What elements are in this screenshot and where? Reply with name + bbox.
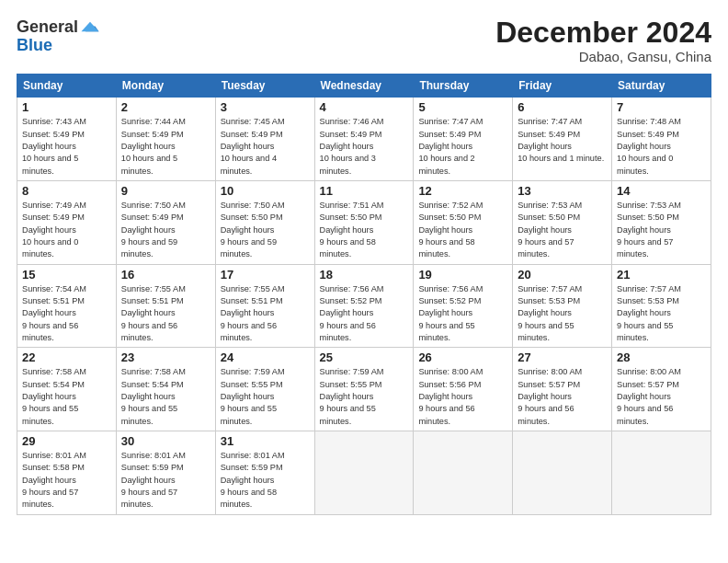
day-number: 12 — [418, 184, 507, 198]
day-info: Sunrise: 7:58 AM Sunset: 5:54 PM Dayligh… — [22, 366, 111, 428]
day-number: 21 — [617, 268, 706, 282]
calendar-cell: 20 Sunrise: 7:57 AM Sunset: 5:53 PM Dayl… — [513, 264, 612, 348]
calendar-cell: 23 Sunrise: 7:58 AM Sunset: 5:54 PM Dayl… — [116, 348, 215, 431]
day-info: Sunrise: 7:43 AM Sunset: 5:49 PM Dayligh… — [22, 116, 111, 178]
week-row-4: 22 Sunrise: 7:58 AM Sunset: 5:54 PM Dayl… — [17, 348, 711, 431]
calendar-cell — [414, 431, 513, 515]
calendar-cell: 22 Sunrise: 7:58 AM Sunset: 5:54 PM Dayl… — [17, 348, 117, 431]
calendar-cell — [513, 431, 612, 515]
day-info: Sunrise: 7:50 AM Sunset: 5:50 PM Dayligh… — [221, 200, 310, 261]
calendar-cell: 28 Sunrise: 8:00 AM Sunset: 5:57 PM Dayl… — [612, 348, 711, 431]
calendar-cell: 6 Sunrise: 7:47 AM Sunset: 5:49 PM Dayli… — [513, 98, 612, 181]
calendar-cell: 4 Sunrise: 7:46 AM Sunset: 5:49 PM Dayli… — [314, 98, 414, 181]
calendar-cell: 19 Sunrise: 7:56 AM Sunset: 5:52 PM Dayl… — [414, 264, 513, 348]
day-number: 31 — [221, 434, 310, 448]
month-title: December 2024 — [495, 17, 711, 49]
page: General Blue December 2024 Dabao, Gansu,… — [0, 0, 728, 563]
day-number: 18 — [320, 268, 409, 282]
logo-blue: Blue — [17, 36, 52, 54]
calendar-cell — [612, 431, 711, 515]
day-number: 1 — [22, 100, 111, 114]
calendar-cell: 29 Sunrise: 8:01 AM Sunset: 5:58 PM Dayl… — [17, 431, 117, 515]
day-number: 23 — [121, 350, 210, 364]
day-info: Sunrise: 7:50 AM Sunset: 5:49 PM Dayligh… — [121, 200, 210, 261]
title-block: December 2024 Dabao, Gansu, China — [495, 17, 711, 64]
location: Dabao, Gansu, China — [495, 49, 711, 64]
day-number: 28 — [617, 350, 706, 364]
day-number: 4 — [320, 100, 409, 114]
day-info: Sunrise: 7:54 AM Sunset: 5:51 PM Dayligh… — [22, 283, 111, 345]
day-number: 3 — [221, 100, 310, 114]
calendar-cell: 15 Sunrise: 7:54 AM Sunset: 5:51 PM Dayl… — [17, 264, 117, 348]
day-info: Sunrise: 8:00 AM Sunset: 5:56 PM Dayligh… — [418, 366, 507, 428]
day-info: Sunrise: 7:57 AM Sunset: 5:53 PM Dayligh… — [617, 283, 706, 345]
col-wednesday: Wednesday — [314, 75, 414, 98]
day-info: Sunrise: 7:45 AM Sunset: 5:49 PM Dayligh… — [221, 116, 310, 178]
day-info: Sunrise: 7:48 AM Sunset: 5:49 PM Dayligh… — [617, 116, 706, 178]
calendar-cell: 25 Sunrise: 7:59 AM Sunset: 5:55 PM Dayl… — [314, 348, 414, 431]
day-info: Sunrise: 7:55 AM Sunset: 5:51 PM Dayligh… — [121, 283, 210, 345]
logo-icon — [80, 17, 100, 37]
day-number: 29 — [22, 434, 111, 448]
col-thursday: Thursday — [414, 75, 513, 98]
calendar-cell: 17 Sunrise: 7:55 AM Sunset: 5:51 PM Dayl… — [215, 264, 314, 348]
col-monday: Monday — [116, 75, 215, 98]
day-info: Sunrise: 7:51 AM Sunset: 5:50 PM Dayligh… — [320, 200, 409, 261]
day-number: 25 — [320, 350, 409, 364]
day-number: 9 — [121, 184, 210, 198]
calendar-cell: 10 Sunrise: 7:50 AM Sunset: 5:50 PM Dayl… — [215, 180, 314, 264]
calendar-cell: 2 Sunrise: 7:44 AM Sunset: 5:49 PM Dayli… — [116, 98, 215, 181]
day-number: 8 — [22, 184, 111, 198]
day-info: Sunrise: 7:58 AM Sunset: 5:54 PM Dayligh… — [121, 366, 210, 428]
day-info: Sunrise: 8:00 AM Sunset: 5:57 PM Dayligh… — [617, 366, 706, 428]
calendar-cell: 14 Sunrise: 7:53 AM Sunset: 5:50 PM Dayl… — [612, 180, 711, 264]
day-info: Sunrise: 7:59 AM Sunset: 5:55 PM Dayligh… — [320, 366, 409, 428]
header-row: Sunday Monday Tuesday Wednesday Thursday… — [17, 75, 711, 98]
col-saturday: Saturday — [612, 75, 711, 98]
calendar-cell: 12 Sunrise: 7:52 AM Sunset: 5:50 PM Dayl… — [414, 180, 513, 264]
day-info: Sunrise: 7:57 AM Sunset: 5:53 PM Dayligh… — [518, 283, 607, 345]
day-number: 22 — [22, 350, 111, 364]
calendar-cell: 27 Sunrise: 8:00 AM Sunset: 5:57 PM Dayl… — [513, 348, 612, 431]
day-number: 16 — [121, 268, 210, 282]
header: General Blue December 2024 Dabao, Gansu,… — [17, 17, 711, 64]
day-info: Sunrise: 7:44 AM Sunset: 5:49 PM Dayligh… — [121, 116, 210, 178]
day-info: Sunrise: 8:01 AM Sunset: 5:59 PM Dayligh… — [221, 450, 310, 511]
day-info: Sunrise: 7:56 AM Sunset: 5:52 PM Dayligh… — [418, 283, 507, 345]
day-info: Sunrise: 7:55 AM Sunset: 5:51 PM Dayligh… — [221, 283, 310, 345]
calendar-cell: 26 Sunrise: 8:00 AM Sunset: 5:56 PM Dayl… — [414, 348, 513, 431]
week-row-1: 1 Sunrise: 7:43 AM Sunset: 5:49 PM Dayli… — [17, 98, 711, 181]
col-sunday: Sunday — [17, 75, 117, 98]
day-number: 24 — [221, 350, 310, 364]
day-info: Sunrise: 7:46 AM Sunset: 5:49 PM Dayligh… — [320, 116, 409, 178]
logo-general: General — [17, 18, 78, 35]
day-number: 20 — [518, 268, 607, 282]
day-info: Sunrise: 8:01 AM Sunset: 5:58 PM Dayligh… — [22, 450, 111, 511]
week-row-5: 29 Sunrise: 8:01 AM Sunset: 5:58 PM Dayl… — [17, 431, 711, 515]
calendar-cell: 1 Sunrise: 7:43 AM Sunset: 5:49 PM Dayli… — [17, 98, 117, 181]
day-info: Sunrise: 8:01 AM Sunset: 5:59 PM Dayligh… — [121, 450, 210, 511]
logo: General Blue — [17, 17, 100, 54]
day-number: 11 — [320, 184, 409, 198]
day-info: Sunrise: 7:47 AM Sunset: 5:49 PM Dayligh… — [418, 116, 507, 178]
calendar-cell: 11 Sunrise: 7:51 AM Sunset: 5:50 PM Dayl… — [314, 180, 414, 264]
calendar-cell: 8 Sunrise: 7:49 AM Sunset: 5:49 PM Dayli… — [17, 180, 117, 264]
day-info: Sunrise: 7:52 AM Sunset: 5:50 PM Dayligh… — [418, 200, 507, 261]
logo-block: General Blue — [17, 17, 100, 54]
svg-marker-1 — [82, 22, 99, 31]
day-info: Sunrise: 7:53 AM Sunset: 5:50 PM Dayligh… — [518, 200, 607, 261]
calendar-cell: 5 Sunrise: 7:47 AM Sunset: 5:49 PM Dayli… — [414, 98, 513, 181]
day-number: 26 — [418, 350, 507, 364]
day-number: 19 — [418, 268, 507, 282]
col-friday: Friday — [513, 75, 612, 98]
day-number: 13 — [518, 184, 607, 198]
day-number: 15 — [22, 268, 111, 282]
calendar-table: Sunday Monday Tuesday Wednesday Thursday… — [17, 74, 711, 515]
calendar-cell: 21 Sunrise: 7:57 AM Sunset: 5:53 PM Dayl… — [612, 264, 711, 348]
week-row-3: 15 Sunrise: 7:54 AM Sunset: 5:51 PM Dayl… — [17, 264, 711, 348]
calendar-cell: 31 Sunrise: 8:01 AM Sunset: 5:59 PM Dayl… — [215, 431, 314, 515]
calendar-cell: 30 Sunrise: 8:01 AM Sunset: 5:59 PM Dayl… — [116, 431, 215, 515]
calendar-cell: 16 Sunrise: 7:55 AM Sunset: 5:51 PM Dayl… — [116, 264, 215, 348]
day-number: 27 — [518, 350, 607, 364]
day-number: 10 — [221, 184, 310, 198]
